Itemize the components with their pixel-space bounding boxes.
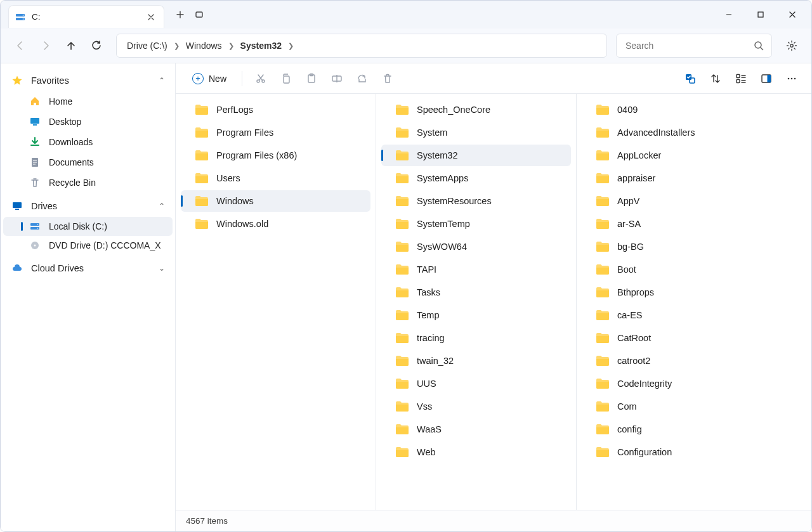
sidebar-item-drive[interactable]: Local Disk (C:) bbox=[3, 217, 173, 236]
folder-row[interactable]: AppLocker bbox=[582, 145, 772, 166]
up-button[interactable] bbox=[60, 35, 82, 56]
select-mode-button[interactable] bbox=[679, 68, 701, 89]
sidebar-item-label: Desktop bbox=[49, 117, 81, 127]
sidebar-item-documents[interactable]: Documents bbox=[3, 152, 173, 172]
window-maximize-button[interactable] bbox=[747, 5, 775, 24]
details-pane-button[interactable] bbox=[756, 68, 777, 89]
tab-close-button[interactable] bbox=[145, 11, 157, 23]
forward-button[interactable] bbox=[35, 35, 56, 56]
sidebar-item-desktop[interactable]: Desktop bbox=[3, 112, 173, 132]
folder-row[interactable]: ar-SA bbox=[582, 213, 772, 235]
folder-row[interactable]: CatRoot bbox=[582, 327, 772, 349]
chevron-right-icon: ❯ bbox=[288, 42, 294, 50]
folder-row[interactable]: appraiser bbox=[582, 167, 772, 189]
search-input[interactable] bbox=[624, 40, 749, 51]
folder-row[interactable]: PerfLogs bbox=[181, 99, 370, 120]
delete-button[interactable] bbox=[377, 68, 398, 89]
folder-row[interactable]: Configuration bbox=[582, 441, 772, 463]
folder-row[interactable]: SystemResources bbox=[381, 190, 571, 212]
folder-row[interactable]: bg-BG bbox=[582, 236, 772, 257]
new-tab-button[interactable] bbox=[171, 5, 190, 24]
folder-row[interactable]: Program Files bbox=[181, 122, 370, 143]
folder-row[interactable]: Windows.old bbox=[181, 213, 370, 235]
folder-row[interactable]: twain_32 bbox=[381, 350, 571, 372]
window-tab[interactable]: C: bbox=[8, 5, 164, 28]
folder-icon bbox=[395, 309, 409, 321]
sidebar-item-drive[interactable]: DVD Drive (D:) CCCOMA_X bbox=[3, 236, 173, 255]
folder-row[interactable]: TAPI bbox=[381, 259, 571, 280]
rename-button[interactable] bbox=[326, 68, 348, 89]
desktop-icon bbox=[29, 116, 41, 127]
refresh-button[interactable] bbox=[86, 35, 107, 56]
sidebar-item-recycle[interactable]: Recycle Bin bbox=[3, 172, 173, 193]
back-button[interactable] bbox=[10, 35, 31, 56]
copy-button[interactable] bbox=[275, 68, 297, 89]
folder-row[interactable]: SystemTemp bbox=[381, 213, 571, 235]
sidebar-section-favorites[interactable]: Favorites ⌃ bbox=[3, 70, 173, 91]
address-bar[interactable]: Drive (C:\) ❯ Windows ❯ System32 ❯ bbox=[116, 34, 607, 58]
folder-icon bbox=[195, 172, 209, 184]
view-button[interactable] bbox=[730, 68, 752, 89]
svg-rect-4 bbox=[196, 12, 202, 17]
folder-row[interactable]: SystemApps bbox=[381, 167, 571, 189]
folder-row[interactable]: Boot bbox=[582, 259, 772, 280]
new-button[interactable]: + New bbox=[185, 69, 234, 88]
folder-icon bbox=[395, 332, 409, 344]
folder-row[interactable]: System bbox=[381, 122, 571, 143]
settings-button[interactable] bbox=[781, 35, 802, 56]
folder-row[interactable]: catroot2 bbox=[582, 350, 772, 372]
folder-row[interactable]: AdvancedInstallers bbox=[582, 122, 772, 143]
column-2[interactable]: 0409AdvancedInstallersAppLockerappraiser… bbox=[577, 94, 777, 510]
svg-rect-30 bbox=[768, 75, 771, 82]
folder-row[interactable]: UUS bbox=[381, 373, 571, 394]
folder-label: SysWOW64 bbox=[417, 242, 467, 252]
folder-row[interactable]: WaaS bbox=[381, 418, 571, 440]
folder-label: CodeIntegrity bbox=[617, 379, 672, 389]
folder-row[interactable]: SysWOW64 bbox=[381, 236, 571, 257]
folder-row[interactable]: Users bbox=[181, 167, 370, 189]
folder-row[interactable]: Speech_OneCore bbox=[381, 99, 571, 120]
column-1[interactable]: Speech_OneCoreSystemSystem32SystemAppsSy… bbox=[376, 94, 577, 510]
window-close-button[interactable] bbox=[778, 5, 806, 24]
paste-button[interactable] bbox=[301, 68, 322, 89]
folder-row[interactable]: System32 bbox=[381, 145, 571, 166]
folder-icon bbox=[596, 127, 610, 138]
sidebar-section-cloud[interactable]: Cloud Drives ⌄ bbox=[3, 257, 173, 279]
sort-button[interactable] bbox=[705, 68, 726, 89]
column-0[interactable]: PerfLogsProgram FilesProgram Files (x86)… bbox=[176, 94, 376, 510]
folder-label: UUS bbox=[417, 379, 436, 389]
breadcrumb-segment[interactable]: Windows bbox=[183, 38, 225, 53]
breadcrumb-segment[interactable]: Drive (C:\) bbox=[124, 38, 170, 53]
folder-row[interactable]: CodeIntegrity bbox=[582, 373, 772, 394]
folder-row[interactable]: config bbox=[582, 418, 772, 440]
folder-label: Program Files (x86) bbox=[216, 150, 297, 160]
svg-point-2 bbox=[23, 15, 24, 16]
sidebar-item-label: DVD Drive (D:) CCCOMA_X bbox=[49, 240, 161, 250]
folder-row[interactable]: Temp bbox=[381, 304, 571, 326]
svg-rect-28 bbox=[737, 79, 740, 82]
share-button[interactable] bbox=[351, 68, 373, 89]
folder-row[interactable]: ca-ES bbox=[582, 304, 772, 326]
tab-overview-button[interactable] bbox=[190, 5, 209, 24]
folder-row[interactable]: tracing bbox=[381, 327, 571, 349]
folder-row[interactable]: Program Files (x86) bbox=[181, 145, 370, 166]
folder-row[interactable]: Windows bbox=[181, 190, 370, 212]
folder-row[interactable]: AppV bbox=[582, 190, 772, 212]
search-field[interactable] bbox=[616, 34, 772, 58]
folder-label: Temp bbox=[417, 310, 439, 320]
sidebar-item-home[interactable]: Home bbox=[3, 91, 173, 112]
breadcrumb-segment-current[interactable]: System32 bbox=[238, 38, 284, 53]
folder-row[interactable]: 0409 bbox=[582, 99, 772, 120]
cut-button[interactable] bbox=[250, 68, 272, 89]
window-minimize-button[interactable] bbox=[715, 5, 743, 24]
folder-row[interactable]: Tasks bbox=[381, 282, 571, 303]
sidebar-item-downloads[interactable]: Downloads bbox=[3, 132, 173, 152]
folder-row[interactable]: Vss bbox=[381, 396, 571, 417]
folder-row[interactable]: Web bbox=[381, 441, 571, 463]
sidebar-section-drives[interactable]: Drives ⌃ bbox=[3, 195, 173, 217]
folder-row[interactable]: Com bbox=[582, 396, 772, 417]
folder-row[interactable]: Bthprops bbox=[582, 282, 772, 303]
folder-icon bbox=[395, 127, 409, 138]
chevron-down-icon: ⌄ bbox=[159, 264, 165, 273]
more-button[interactable] bbox=[781, 68, 802, 89]
